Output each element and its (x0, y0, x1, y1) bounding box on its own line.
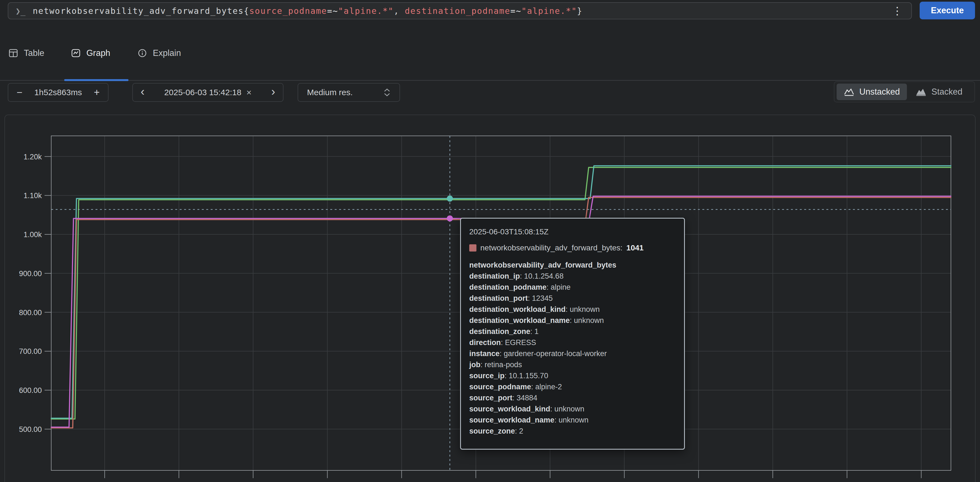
tooltip-label-row: direction: EGRESS (469, 337, 676, 348)
tooltip-label-list: destination_ip: 10.1.254.68destination_p… (469, 271, 676, 437)
y-tick-label: 900.00 (19, 270, 42, 278)
tooltip-label-row: source_ip: 10.1.155.70 (469, 370, 676, 381)
tooltip-label-row: instance: gardener-operator-local-worker (469, 348, 676, 359)
tooltip-series-name: networkobservability_adv_forward_bytes: (480, 244, 623, 252)
y-tick-label: 600.00 (19, 386, 42, 395)
tooltip-series-value: 1041 (627, 244, 644, 252)
tooltip-metric-name: networkobservability_adv_forward_bytes (469, 260, 676, 271)
tooltip-series-row: networkobservability_adv_forward_bytes: … (469, 244, 676, 252)
y-tick-label: 500.00 (19, 425, 42, 434)
chart-tooltip: 2025-06-03T15:08:15Z networkobservabilit… (460, 218, 685, 450)
y-tick-label: 800.00 (19, 309, 42, 317)
tooltip-label-row: source_podname: alpine-2 (469, 381, 676, 392)
y-tick-label: 700.00 (19, 347, 42, 355)
hover-point (447, 215, 453, 221)
tooltip-label-row: source_workload_name: unknown (469, 414, 676, 426)
tooltip-label-row: job: retina-pods (469, 359, 676, 370)
tooltip-label-row: destination_podname: alpine (469, 282, 676, 293)
tooltip-label-row: destination_workload_kind: unknown (469, 304, 676, 315)
y-tick-label: 1.20k (24, 153, 42, 161)
tooltip-label-row: destination_workload_name: unknown (469, 315, 676, 326)
tooltip-label-row: destination_ip: 10.1.254.68 (469, 271, 676, 282)
y-tick-label: 1.00k (24, 230, 42, 239)
tooltip-label-row: source_port: 34884 (469, 392, 676, 403)
tooltip-label-row: destination_zone: 1 (469, 326, 676, 337)
series-color-swatch (469, 244, 476, 252)
tooltip-label-row: destination_port: 12345 (469, 293, 676, 304)
tooltip-label-row: source_zone: 2 (469, 426, 676, 437)
y-tick-label: 1.10k (24, 192, 42, 200)
tooltip-timestamp: 2025-06-03T15:08:15Z (469, 227, 676, 236)
hover-point (447, 196, 453, 202)
tooltip-label-row: source_workload_kind: unknown (469, 403, 676, 414)
